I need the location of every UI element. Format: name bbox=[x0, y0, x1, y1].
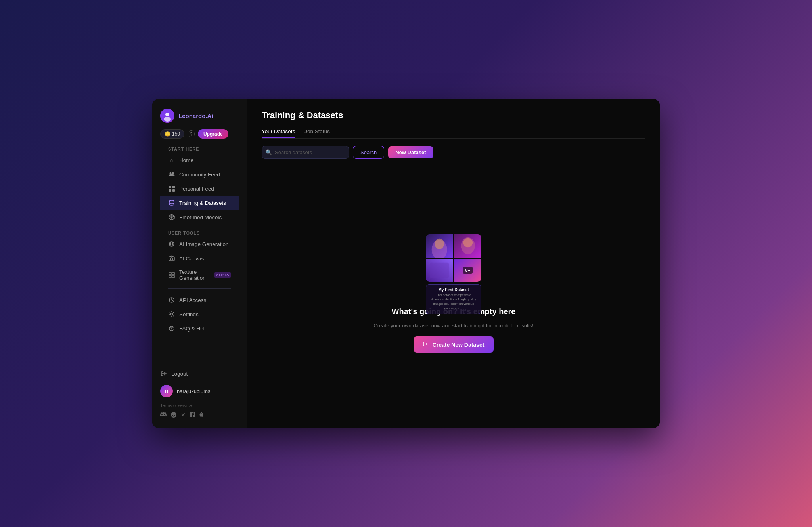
svg-point-24 bbox=[172, 330, 172, 330]
sidebar-item-personal-feed[interactable]: Personal Feed bbox=[160, 181, 239, 196]
coin-icon: 🪙 bbox=[165, 131, 170, 137]
svg-point-12 bbox=[172, 243, 173, 244]
gear-icon bbox=[168, 311, 175, 318]
logout-button[interactable]: Logout bbox=[152, 367, 247, 381]
svg-point-16 bbox=[170, 258, 173, 260]
dataset-name: My First Dataset bbox=[431, 288, 476, 292]
svg-rect-18 bbox=[172, 272, 174, 275]
start-here-label: Start Here bbox=[160, 147, 239, 151]
tab-your-datasets[interactable]: Your Datasets bbox=[262, 125, 295, 138]
user-avatar: H bbox=[160, 385, 173, 397]
sidebar-item-ai-image-gen[interactable]: AI Image Generation bbox=[160, 237, 239, 251]
sidebar-bottom: Logout H harajukuplums Terms of service … bbox=[152, 362, 247, 428]
social-icons-row: ✕ bbox=[152, 409, 247, 423]
grid-icon bbox=[168, 185, 175, 192]
search-input[interactable] bbox=[262, 146, 349, 159]
users-icon bbox=[168, 171, 175, 178]
empty-state: ✦ bbox=[247, 159, 660, 428]
sidebar-item-ai-canvas[interactable]: AI Canvas bbox=[160, 251, 239, 265]
cube-icon bbox=[168, 214, 175, 221]
discord-icon[interactable] bbox=[160, 412, 167, 419]
sidebar-item-api-access[interactable]: API Access bbox=[160, 293, 239, 307]
dataset-label-box: My First Dataset This dataset comprises … bbox=[426, 284, 481, 314]
search-icon: 🔍 bbox=[266, 149, 272, 155]
sidebar-item-training-datasets[interactable]: Training & Datasets bbox=[160, 196, 239, 210]
texture-icon bbox=[168, 271, 175, 279]
svg-point-30 bbox=[435, 239, 444, 249]
svg-point-11 bbox=[170, 243, 171, 244]
home-icon: ⌂ bbox=[168, 157, 175, 164]
img-cell-3 bbox=[426, 259, 453, 282]
tokens-row: 🪙 150 ? Upgrade bbox=[160, 129, 239, 139]
svg-rect-5 bbox=[169, 186, 171, 188]
reddit-icon[interactable] bbox=[170, 412, 177, 419]
img-cell-2 bbox=[454, 234, 482, 258]
logout-icon bbox=[160, 370, 167, 377]
new-dataset-button[interactable]: New Dataset bbox=[388, 146, 433, 158]
svg-point-3 bbox=[170, 172, 172, 174]
user-tools-label: User Tools bbox=[160, 231, 239, 235]
apple-icon[interactable] bbox=[199, 412, 204, 419]
sidebar-divider bbox=[168, 288, 231, 289]
sidebar-item-texture-gen[interactable]: Texture Generation ALPHA bbox=[160, 265, 239, 285]
svg-point-27 bbox=[174, 415, 175, 416]
user-row: H harajukuplums bbox=[152, 381, 247, 401]
facebook-icon[interactable] bbox=[190, 412, 195, 419]
app-container: Leonardo.Ai 🪙 150 ? Upgrade Start Here ⌂… bbox=[152, 99, 660, 428]
svg-point-33 bbox=[463, 238, 472, 247]
search-wrapper: 🔍 bbox=[262, 146, 349, 159]
more-count-badge: 8+ bbox=[463, 267, 473, 274]
tabs-row: Your Datasets Job Status bbox=[262, 125, 645, 139]
svg-point-26 bbox=[172, 415, 173, 416]
help-circle-icon[interactable]: ? bbox=[188, 130, 195, 137]
dataset-description: This dataset comprises a diverse collect… bbox=[431, 293, 476, 311]
svg-rect-17 bbox=[169, 272, 171, 275]
svg-point-9 bbox=[169, 200, 174, 202]
create-btn-icon bbox=[423, 341, 429, 348]
dataset-illustration: ✦ bbox=[422, 234, 485, 298]
brand-name: Leonardo.Ai bbox=[178, 113, 213, 119]
upgrade-button[interactable]: Upgrade bbox=[198, 129, 228, 139]
page-title: Training & Datasets bbox=[262, 110, 645, 120]
svg-point-4 bbox=[172, 172, 174, 174]
svg-rect-7 bbox=[169, 189, 171, 192]
svg-point-22 bbox=[171, 313, 173, 315]
svg-rect-19 bbox=[169, 275, 171, 278]
terms-label[interactable]: Terms of service bbox=[152, 401, 247, 409]
toolbar-row: 🔍 Search New Dataset bbox=[247, 139, 660, 159]
brand-row: Leonardo.Ai bbox=[160, 109, 239, 123]
svg-rect-6 bbox=[172, 186, 175, 188]
brand-avatar bbox=[160, 109, 174, 123]
svg-rect-20 bbox=[172, 275, 174, 278]
sidebar-item-home[interactable]: ⌂ Home bbox=[160, 153, 239, 167]
svg-point-13 bbox=[170, 244, 171, 245]
camera-icon bbox=[168, 255, 175, 262]
sidebar-item-community-feed[interactable]: Community Feed bbox=[160, 167, 239, 181]
username-label: harajukuplums bbox=[177, 388, 211, 394]
sidebar-item-settings[interactable]: Settings bbox=[160, 307, 239, 321]
sidebar-top: Leonardo.Ai 🪙 150 ? Upgrade Start Here ⌂… bbox=[152, 99, 247, 342]
twitter-icon[interactable]: ✕ bbox=[181, 412, 186, 419]
help-icon bbox=[168, 325, 175, 332]
tab-job-status[interactable]: Job Status bbox=[304, 125, 330, 138]
svg-rect-35 bbox=[430, 262, 449, 278]
search-button[interactable]: Search bbox=[353, 146, 384, 159]
svg-point-10 bbox=[169, 242, 174, 246]
main-header: Training & Datasets Your Datasets Job St… bbox=[247, 99, 660, 139]
sidebar: Leonardo.Ai 🪙 150 ? Upgrade Start Here ⌂… bbox=[152, 99, 247, 428]
create-new-dataset-button[interactable]: Create New Dataset bbox=[414, 336, 494, 353]
api-icon bbox=[168, 296, 175, 304]
svg-point-1 bbox=[165, 113, 169, 116]
img-cell-1 bbox=[426, 234, 453, 258]
img-cell-4: 8+ bbox=[454, 259, 482, 282]
palette-icon bbox=[168, 241, 175, 248]
empty-subtitle: Create your own dataset now and start tr… bbox=[373, 323, 533, 328]
alpha-badge: ALPHA bbox=[214, 272, 231, 278]
sidebar-item-faq[interactable]: FAQ & Help bbox=[160, 321, 239, 336]
image-grid: 8+ bbox=[426, 234, 481, 282]
svg-point-14 bbox=[172, 244, 173, 245]
sidebar-item-finetuned-models[interactable]: Finetuned Models bbox=[160, 210, 239, 224]
tokens-badge: 🪙 150 bbox=[160, 129, 184, 139]
main-content: Training & Datasets Your Datasets Job St… bbox=[247, 99, 660, 428]
svg-rect-8 bbox=[172, 189, 175, 192]
